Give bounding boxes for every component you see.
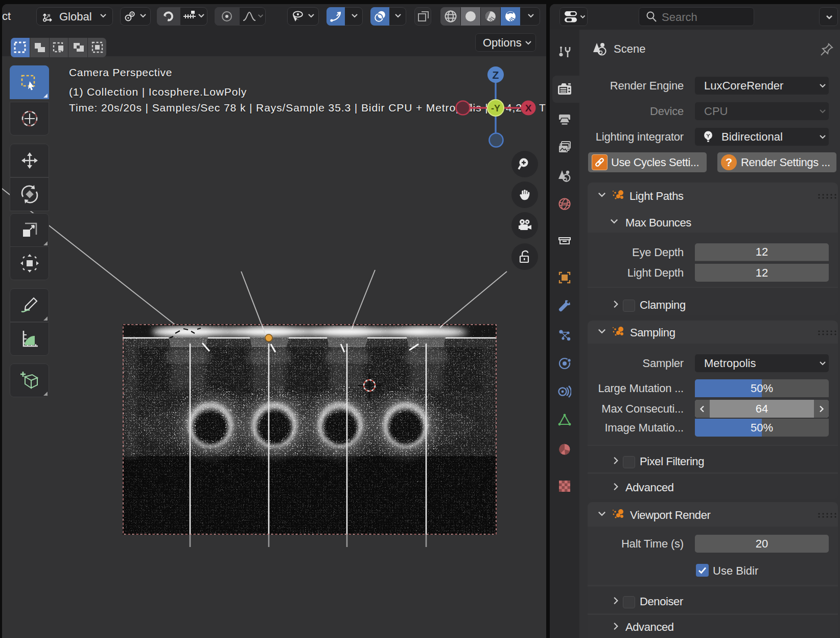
svg-text:X: X xyxy=(525,103,532,113)
svg-text:-Y: -Y xyxy=(491,103,500,113)
svg-text:Z: Z xyxy=(493,69,499,81)
